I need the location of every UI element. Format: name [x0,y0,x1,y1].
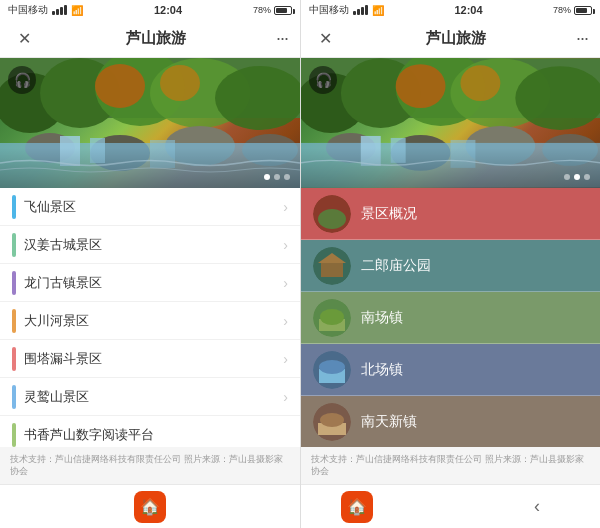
headphone-button-right[interactable]: 🎧 [309,66,337,94]
menu-label-5: 灵鹫山景区 [24,388,283,406]
arrow-5: › [283,389,288,405]
menu-item-4[interactable]: 围塔漏斗景区 › [0,340,300,378]
close-button-right[interactable]: ✕ [313,29,337,48]
hero-dot-3 [284,174,290,180]
hero-image-right: 🎧 [301,58,600,188]
menu-item-0[interactable]: 飞仙景区 › [0,188,300,226]
footer-note-left: 技术支持：芦山信捷网络科技有限责任公司 照片来源：芦山县摄影家协会 [0,447,300,484]
scenic-label-0: 景区概况 [361,205,417,223]
scenic-label-4: 南天新镇 [361,413,417,431]
hero-dot-r1 [564,174,570,180]
svg-point-23 [460,65,500,101]
wifi-icon-left: 📶 [71,5,83,16]
wifi-icon-right: 📶 [372,5,384,16]
signal-left [52,5,67,15]
scenic-item-0[interactable]: 景区概况 [301,188,600,240]
battery-pct-right: 78% [553,5,571,15]
scenic-thumb-1 [313,247,351,285]
hero-image-left: 🎧 [0,58,300,188]
menu-item-2[interactable]: 龙门古镇景区 › [0,264,300,302]
hero-dot-r2 [574,174,580,180]
svg-rect-36 [321,263,343,277]
home-icon-left: 🏠 [140,497,160,516]
page-title-left: 芦山旅游 [126,29,186,48]
time-left: 12:04 [154,4,182,16]
hero-dot-1 [264,174,270,180]
color-bar-5 [12,385,16,409]
hero-overlay-right [301,148,600,188]
hero-dot-2 [274,174,280,180]
bottom-bar-left: 🏠 [0,484,300,528]
close-button-left[interactable]: ✕ [12,29,36,48]
menu-label-6: 书香芦山数字阅读平台 [24,426,288,444]
more-button-right[interactable]: ··· [576,28,588,49]
nav-bar-right: ✕ 芦山旅游 ··· [301,20,600,58]
menu-item-3[interactable]: 大川河景区 › [0,302,300,340]
menu-label-3: 大川河景区 [24,312,283,330]
menu-list-left: 飞仙景区 › 汉姜古城景区 › 龙门古镇景区 › 大川河景区 › 围塔漏斗景区 … [0,188,300,447]
hero-overlay-left [0,148,300,188]
scenic-thumb-2 [313,299,351,337]
svg-point-43 [319,360,345,374]
scenic-thumb-4 [313,403,351,441]
page-title-right: 芦山旅游 [426,29,486,48]
status-bar-right: 中国移动 📶 12:04 78% [301,0,600,20]
footer-note-right: 技术支持：芦山信捷网络科技有限责任公司 照片来源：芦山县摄影家协会 [301,447,600,484]
nav-bar-left: ✕ 芦山旅游 ··· [0,20,300,58]
carrier-right: 中国移动 [309,3,349,17]
menu-label-0: 飞仙景区 [24,198,283,216]
scenic-list-right: 景区概况 二郎庙公园 南场镇 北场镇 南天新镇 [301,188,600,447]
menu-label-1: 汉姜古城景区 [24,236,283,254]
menu-item-6[interactable]: 书香芦山数字阅读平台 [0,416,300,447]
arrow-4: › [283,351,288,367]
svg-point-40 [320,309,344,325]
svg-point-7 [160,65,200,101]
menu-item-5[interactable]: 灵鹫山景区 › [0,378,300,416]
scenic-label-1: 二郎庙公园 [361,257,431,275]
home-icon-right: 🏠 [347,497,367,516]
scenic-item-2[interactable]: 南场镇 [301,292,600,344]
hero-dots-right [564,174,590,180]
svg-point-46 [320,413,344,427]
scenic-item-3[interactable]: 北场镇 [301,344,600,396]
scenic-label-3: 北场镇 [361,361,403,379]
time-right: 12:04 [454,4,482,16]
scenic-thumb-3 [313,351,351,389]
home-button-left[interactable]: 🏠 [134,491,166,523]
hero-dot-r3 [584,174,590,180]
headphone-button-left[interactable]: 🎧 [8,66,36,94]
svg-point-6 [95,64,145,108]
scenic-label-2: 南场镇 [361,309,403,327]
menu-label-4: 围塔漏斗景区 [24,350,283,368]
carrier-left: 中国移动 [8,3,48,17]
menu-item-1[interactable]: 汉姜古城景区 › [0,226,300,264]
color-bar-4 [12,347,16,371]
footer-text-left: 技术支持：芦山信捷网络科技有限责任公司 照片来源：芦山县摄影家协会 [10,454,283,477]
color-bar-2 [12,271,16,295]
left-panel: 中国移动 📶 12:04 78% ✕ 芦山旅游 ··· [0,0,300,528]
svg-point-33 [318,209,346,229]
arrow-3: › [283,313,288,329]
battery-icon-right [574,6,592,15]
hero-dots-left [264,174,290,180]
color-bar-6 [12,423,16,447]
footer-text-right: 技术支持：芦山信捷网络科技有限责任公司 照片来源：芦山县摄影家协会 [311,454,584,477]
bottom-bar-right: 🏠 ‹ [301,484,600,528]
menu-label-2: 龙门古镇景区 [24,274,283,292]
color-bar-3 [12,309,16,333]
svg-point-22 [396,64,446,108]
battery-icon-left [274,6,292,15]
more-button-left[interactable]: ··· [276,28,288,49]
arrow-2: › [283,275,288,291]
signal-right [353,5,368,15]
status-bar-left: 中国移动 📶 12:04 78% [0,0,300,20]
right-panel: 中国移动 📶 12:04 78% ✕ 芦山旅游 ··· [300,0,600,528]
color-bar-0 [12,195,16,219]
scenic-item-4[interactable]: 南天新镇 [301,396,600,447]
color-bar-1 [12,233,16,257]
scenic-item-1[interactable]: 二郎庙公园 [301,240,600,292]
battery-pct-left: 78% [253,5,271,15]
back-button-right[interactable]: ‹ [514,488,560,525]
home-button-right[interactable]: 🏠 [341,491,373,523]
arrow-0: › [283,199,288,215]
